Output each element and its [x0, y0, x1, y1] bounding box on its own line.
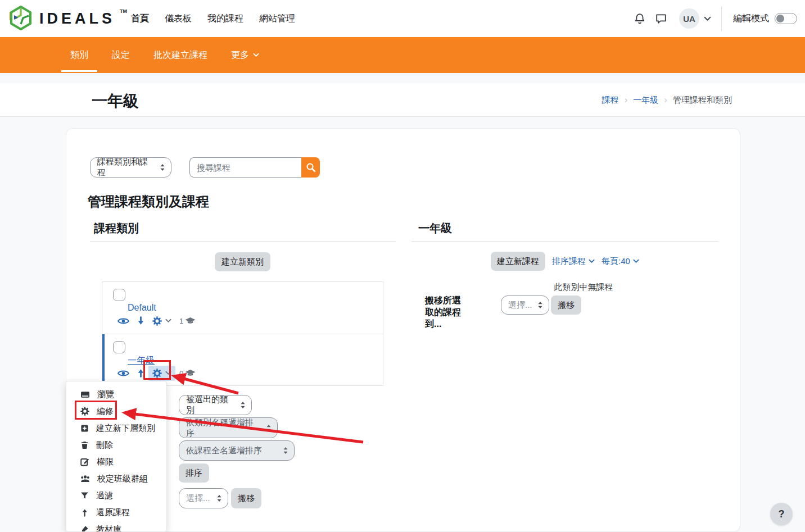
menu-item-create-subcategory[interactable]: 建立新下層類別: [66, 420, 166, 436]
toggle-knob: [776, 15, 784, 22]
top-navigation: 首頁 儀表板 我的課程 網站管理: [131, 0, 295, 37]
menu-item-label: 校定班級群組: [97, 474, 148, 484]
tab-bulk-create-courses[interactable]: 批次建立課程: [144, 37, 216, 73]
category-row-default: Default 1: [102, 282, 383, 334]
tab-categories[interactable]: 類別: [61, 37, 97, 73]
menu-item-filters[interactable]: 過濾: [66, 487, 166, 504]
nav-item-my-courses[interactable]: 我的課程: [207, 13, 243, 25]
pen-square-icon: [80, 457, 89, 466]
menu-item-delete[interactable]: 刪除: [66, 436, 166, 453]
sort-courses-link[interactable]: 排序課程: [552, 256, 595, 267]
gear-icon: [152, 369, 162, 378]
select-updown-icon: [160, 163, 165, 171]
search-input[interactable]: [189, 157, 302, 178]
nav-item-dashboard[interactable]: 儀表板: [165, 13, 192, 25]
search-button[interactable]: [301, 157, 320, 178]
edit-mode-toggle[interactable]: [775, 13, 797, 24]
filter-icon: [80, 492, 89, 499]
select-value: 選擇...: [186, 493, 210, 504]
tab-settings[interactable]: 設定: [103, 37, 139, 73]
breadcrumb-grade1[interactable]: 一年級: [633, 95, 658, 106]
link-label: 每頁:40: [602, 256, 630, 267]
category-actions: 1: [117, 314, 196, 328]
category-link[interactable]: Default: [128, 303, 156, 313]
move-category-button[interactable]: 搬移: [231, 488, 261, 508]
graduation-cap-icon: [185, 369, 196, 377]
selected-category-select[interactable]: 被選出的類別: [179, 395, 252, 415]
select-updown-icon: [537, 301, 543, 309]
breadcrumb-courses[interactable]: 課程: [602, 95, 619, 106]
category-link[interactable]: 一年級: [128, 355, 155, 367]
eye-icon[interactable]: [117, 317, 129, 325]
ideals-logo-icon: [8, 5, 34, 31]
arrow-up-icon: [80, 508, 89, 517]
tab-label: 設定: [112, 49, 130, 61]
arrow-up-icon[interactable]: [137, 369, 144, 378]
category-checkbox[interactable]: [113, 341, 125, 353]
category-checkbox[interactable]: [113, 289, 125, 301]
chevron-down-icon: [165, 319, 171, 323]
menu-item-content-bank[interactable]: 教材庫: [66, 521, 166, 532]
select-updown-icon: [283, 447, 288, 454]
menu-item-label: 過濾: [96, 490, 113, 501]
course-count: 0: [179, 369, 196, 378]
menu-item-edit[interactable]: 編修: [66, 403, 166, 420]
sort-course-select[interactable]: 依課程全名遞增排序: [179, 440, 295, 461]
breadcrumb: 課程 › 一年級 › 管理課程和類別: [602, 94, 732, 106]
courses-toolbar: 建立新課程 排序課程 每頁:40: [411, 251, 718, 271]
category-list: Default 1 一年級: [102, 281, 383, 386]
menu-item-cohorts[interactable]: 校定班級群組: [66, 470, 166, 487]
per-page-link[interactable]: 每頁:40: [602, 256, 639, 267]
panel-divider: [90, 241, 396, 242]
brand-trademark: TM: [120, 8, 127, 14]
gear-icon: [152, 316, 162, 326]
arrow-down-icon[interactable]: [137, 316, 144, 325]
menu-item-browse[interactable]: 瀏覽: [66, 386, 166, 403]
create-category-button[interactable]: 建立新類別: [215, 252, 270, 271]
menu-item-label: 還原課程: [96, 507, 130, 518]
screen-icon: [80, 390, 90, 399]
search-icon: [306, 162, 316, 172]
select-value: 課程類別和課程: [97, 157, 155, 178]
menu-item-label: 瀏覽: [97, 389, 114, 400]
courses-panel-title: 一年級: [418, 221, 452, 236]
move-category-select[interactable]: 選擇...: [179, 488, 228, 508]
bell-icon[interactable]: [634, 13, 645, 24]
select-value: 依類別名稱遞增排序: [186, 417, 261, 439]
trash-icon: [80, 441, 89, 449]
select-updown-icon: [240, 401, 246, 409]
sort-category-select[interactable]: 依類別名稱遞增排序: [179, 417, 278, 438]
header-actions: UA 編輯模式: [634, 0, 797, 37]
select-value: 選擇...: [508, 300, 532, 311]
tab-more[interactable]: 更多: [222, 37, 268, 73]
breadcrumb-separator: ›: [664, 94, 667, 106]
viewmode-select[interactable]: 課程類別和課程: [90, 157, 171, 178]
paintbrush-icon: [80, 525, 89, 532]
help-button[interactable]: ?: [770, 503, 793, 525]
category-actions-menu[interactable]: [152, 316, 171, 326]
avatar[interactable]: UA: [679, 8, 699, 29]
breadcrumb-current: 管理課程和類別: [673, 95, 732, 106]
main-content-card: 課程類別和課程 管理課程類別及課程 課程類別 建立新類別 Default: [66, 128, 740, 532]
brand-logo[interactable]: IDEALS TM: [8, 5, 127, 32]
nav-item-home[interactable]: 首頁: [131, 13, 149, 25]
category-actions-menu[interactable]: [148, 366, 175, 381]
move-courses-button[interactable]: 搬移: [551, 295, 581, 315]
chat-icon[interactable]: [655, 13, 667, 24]
menu-item-restore-course[interactable]: 還原課程: [66, 504, 166, 521]
nav-item-site-admin[interactable]: 網站管理: [259, 13, 295, 25]
user-menu-chevron-down-icon[interactable]: [704, 13, 711, 24]
select-value: 被選出的類別: [186, 394, 236, 416]
menu-item-label: 建立新下層類別: [96, 423, 155, 434]
create-course-button[interactable]: 建立新課程: [491, 252, 545, 271]
eye-icon[interactable]: [117, 369, 129, 378]
no-courses-message: 此類別中無課程: [499, 282, 668, 293]
menu-item-permissions[interactable]: 權限: [66, 453, 166, 470]
move-courses-select[interactable]: 選擇...: [501, 295, 549, 315]
sort-button[interactable]: 排序: [179, 463, 209, 483]
move-courses-label: 搬移所選取的課程到...: [425, 294, 469, 330]
gear-icon: [80, 407, 89, 416]
page-title: 一年級: [92, 90, 139, 112]
breadcrumb-separator: ›: [625, 94, 628, 106]
category-context-menu: 瀏覽 編修 建立新下層類別 刪除 權限 校定班級群組 過濾 還原課程: [66, 381, 167, 532]
